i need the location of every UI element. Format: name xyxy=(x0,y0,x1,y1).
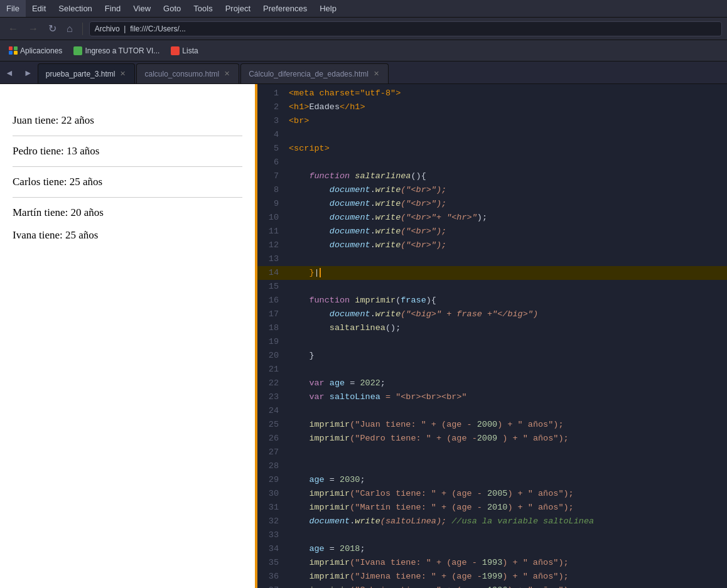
code-token: write xyxy=(375,240,401,250)
code-token: ("<br>"); xyxy=(401,199,446,208)
code-content: function saltarlinea(){ xyxy=(286,169,727,183)
code-token: ("<br>"); xyxy=(401,227,446,236)
code-content: document.write("<big>" + frase +"</big>"… xyxy=(286,307,727,321)
line-number: 9 xyxy=(257,197,286,211)
tab-nav-left[interactable]: ◄ xyxy=(0,61,19,83)
code-token: write xyxy=(355,516,380,526)
code-line: 28 xyxy=(257,459,727,473)
code-token: ("<big>" + frase +"</big>") xyxy=(401,309,538,319)
menu-item-project[interactable]: Project xyxy=(219,0,257,17)
tab-label: prueba_parte_3.html xyxy=(46,70,116,78)
menu-item-goto[interactable]: Goto xyxy=(157,0,187,17)
code-content xyxy=(286,252,727,266)
code-token xyxy=(289,585,309,588)
line-number: 27 xyxy=(257,446,286,459)
code-token: 2000 xyxy=(477,420,497,429)
code-token: frase xyxy=(401,296,426,305)
code-token: ("<br>"); xyxy=(401,240,446,250)
forward-button[interactable]: → xyxy=(25,22,41,36)
code-content: imprimir("Sabrina tiene: " + (age -1996)… xyxy=(286,584,727,588)
code-line: 27 xyxy=(257,446,727,459)
code-line: 5<script> xyxy=(257,142,727,156)
menu-item-help[interactable]: Help xyxy=(313,0,343,17)
menu-item-selection[interactable]: Selection xyxy=(52,0,98,17)
line-number: 25 xyxy=(257,418,286,432)
code-content: <script> xyxy=(286,142,727,156)
code-token: = xyxy=(345,378,360,388)
code-token: function xyxy=(309,171,350,181)
home-button[interactable]: ⌂ xyxy=(63,22,76,36)
code-token: write xyxy=(375,185,401,195)
code-content: document.write("<br>"); xyxy=(286,197,727,211)
code-token: ("<br>" xyxy=(401,213,436,222)
tab-calculo[interactable]: calculo_consumo.html ✕ xyxy=(136,63,239,83)
editor-pane[interactable]: 1<meta charset="utf-8">2<h1>Edades</h1>3… xyxy=(257,84,727,588)
line-number: 1 xyxy=(257,87,286,100)
code-token: age xyxy=(309,475,324,484)
code-line: 21 xyxy=(257,363,727,377)
tab-close-prueba[interactable]: ✕ xyxy=(119,70,127,78)
menu-item-file[interactable]: File xyxy=(0,0,26,17)
code-token: <h1> xyxy=(289,102,309,112)
line-number: 4 xyxy=(257,128,286,142)
menu-item-view[interactable]: View xyxy=(127,0,157,17)
code-token: function xyxy=(309,296,350,305)
line-number: 7 xyxy=(257,169,286,183)
menu-item-preferences[interactable]: Preferences xyxy=(257,0,313,17)
tab-close-diferencia[interactable]: ✕ xyxy=(372,70,380,78)
code-token: + "<hr>" xyxy=(436,213,477,222)
preview-line: Martín tiene: 20 años xyxy=(13,201,242,224)
tab-close-calculo[interactable]: ✕ xyxy=(223,70,231,78)
code-content: }| xyxy=(286,266,727,280)
code-token: . xyxy=(370,213,375,222)
code-token xyxy=(289,489,309,498)
code-token: write xyxy=(375,213,401,222)
tab-nav-right[interactable]: ► xyxy=(19,61,38,83)
preview-pane: Juan tiene: 22 añosPedro tiene: 13 añosC… xyxy=(0,84,257,588)
code-line: 34 age = 2018; xyxy=(257,542,727,556)
bookmark-lista[interactable]: Lista xyxy=(167,45,202,56)
code-line: 6 xyxy=(257,156,727,169)
code-token xyxy=(289,309,330,319)
tab-diferencia[interactable]: Cálculo_diferencia_de_edades.html ✕ xyxy=(240,63,389,83)
code-token: document xyxy=(309,516,350,526)
code-token xyxy=(289,378,309,388)
tab-prueba[interactable]: prueba_parte_3.html ✕ xyxy=(38,63,136,83)
address-bar[interactable] xyxy=(89,21,722,36)
code-line: 11 document.write("<br>"); xyxy=(257,225,727,238)
code-token: imprimir xyxy=(309,420,350,429)
code-content: document.write(saltoLinea); //usa la var… xyxy=(286,515,727,528)
code-token: document xyxy=(330,309,370,319)
code-token: saltarlinea xyxy=(330,323,385,333)
menu-item-edit[interactable]: Edit xyxy=(26,0,52,17)
code-line: 29 age = 2030; xyxy=(257,473,727,487)
code-line: 24 xyxy=(257,404,727,418)
code-content: age = 2018; xyxy=(286,542,727,556)
preview-separator xyxy=(13,197,242,198)
apps-icon xyxy=(9,46,18,55)
code-token: imprimir xyxy=(355,296,396,305)
preview-separator xyxy=(13,166,242,167)
menu-item-tools[interactable]: Tools xyxy=(187,0,218,17)
code-token: saltarlinea xyxy=(355,171,411,181)
line-number: 24 xyxy=(257,404,286,418)
bookmark-tutor[interactable]: Ingreso a TUTOR VI... xyxy=(70,45,163,56)
bookmark-aplicaciones[interactable]: Aplicaciones xyxy=(5,45,66,56)
code-token xyxy=(289,171,309,181)
code-token: ("<br>"); xyxy=(401,185,446,195)
code-token: = xyxy=(325,475,340,484)
code-content: imprimir("Carlos tiene: " + (age - 2005)… xyxy=(286,487,727,501)
bookmark-label: Lista xyxy=(182,46,198,55)
code-token: imprimir xyxy=(309,572,350,581)
code-content: document.write("<br>"+ "<hr>"); xyxy=(286,211,727,225)
code-token: <br> xyxy=(289,116,309,126)
refresh-button[interactable]: ↻ xyxy=(45,21,60,36)
code-token: ) + " años"); xyxy=(507,503,573,512)
back-button[interactable]: ← xyxy=(5,22,21,36)
code-token: 2030 xyxy=(340,475,360,484)
code-token: imprimir xyxy=(309,558,350,567)
menu-item-find[interactable]: Find xyxy=(99,0,127,17)
code-line: 26 imprimir("Pedro tiene: " + (age -2009… xyxy=(257,432,727,446)
code-token: ("Martín tiene: " + (age - xyxy=(350,503,487,512)
code-content: imprimir("Martín tiene: " + (age - 2010)… xyxy=(286,501,727,515)
